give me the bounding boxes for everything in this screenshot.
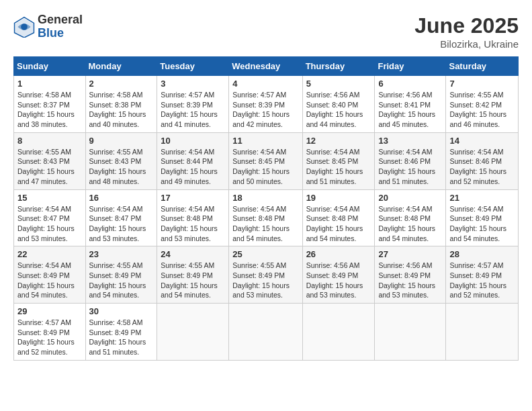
calendar-cell: 21 Sunrise: 4:54 AMSunset: 8:49 PMDaylig… xyxy=(446,189,519,246)
calendar-cell: 15 Sunrise: 4:54 AMSunset: 8:47 PMDaylig… xyxy=(14,189,86,246)
calendar-cell: 8 Sunrise: 4:55 AMSunset: 8:43 PMDayligh… xyxy=(14,132,86,189)
day-info: Sunrise: 4:54 AMSunset: 8:44 PMDaylight:… xyxy=(161,147,225,187)
header-friday: Friday xyxy=(375,57,446,76)
day-number: 1 xyxy=(17,79,82,89)
header-thursday: Thursday xyxy=(302,57,375,76)
day-number: 18 xyxy=(232,193,298,203)
day-number: 7 xyxy=(449,79,515,89)
week-row-3: 15 Sunrise: 4:54 AMSunset: 8:47 PMDaylig… xyxy=(14,189,519,246)
day-info: Sunrise: 4:58 AMSunset: 8:37 PMDaylight:… xyxy=(17,90,82,130)
day-number: 2 xyxy=(89,79,154,89)
logo-icon xyxy=(13,16,35,38)
calendar-cell: 11 Sunrise: 4:54 AMSunset: 8:45 PMDaylig… xyxy=(229,132,302,189)
calendar-cell: 2 Sunrise: 4:58 AMSunset: 8:38 PMDayligh… xyxy=(85,76,157,133)
day-number: 14 xyxy=(449,136,515,146)
calendar-cell: 22 Sunrise: 4:54 AMSunset: 8:49 PMDaylig… xyxy=(14,246,86,304)
calendar-cell: 1 Sunrise: 4:58 AMSunset: 8:37 PMDayligh… xyxy=(14,76,86,133)
logo-general: General xyxy=(38,13,83,27)
logo-text: General Blue xyxy=(38,13,83,40)
calendar-cell: 4 Sunrise: 4:57 AMSunset: 8:39 PMDayligh… xyxy=(229,76,302,133)
day-number: 27 xyxy=(378,249,442,259)
day-info: Sunrise: 4:56 AMSunset: 8:49 PMDaylight:… xyxy=(306,261,371,300)
calendar-cell xyxy=(157,304,229,361)
day-info: Sunrise: 4:56 AMSunset: 8:49 PMDaylight:… xyxy=(378,261,442,300)
day-info: Sunrise: 4:54 AMSunset: 8:48 PMDaylight:… xyxy=(161,204,225,244)
calendar-cell: 13 Sunrise: 4:54 AMSunset: 8:46 PMDaylig… xyxy=(375,132,446,189)
day-info: Sunrise: 4:54 AMSunset: 8:47 PMDaylight:… xyxy=(89,204,154,244)
day-info: Sunrise: 4:55 AMSunset: 8:43 PMDaylight:… xyxy=(89,147,154,187)
week-row-1: 1 Sunrise: 4:58 AMSunset: 8:37 PMDayligh… xyxy=(14,76,519,133)
day-number: 3 xyxy=(161,79,225,89)
day-number: 19 xyxy=(306,193,371,203)
day-info: Sunrise: 4:58 AMSunset: 8:38 PMDaylight:… xyxy=(89,90,154,130)
day-number: 16 xyxy=(89,193,154,203)
calendar-cell: 24 Sunrise: 4:55 AMSunset: 8:49 PMDaylig… xyxy=(157,246,229,304)
page-header: General Blue June 2025 Bilozirka, Ukrain… xyxy=(13,13,519,50)
day-number: 25 xyxy=(232,249,298,259)
calendar-cell: 5 Sunrise: 4:56 AMSunset: 8:40 PMDayligh… xyxy=(302,76,375,133)
day-info: Sunrise: 4:56 AMSunset: 8:41 PMDaylight:… xyxy=(378,90,442,130)
day-number: 10 xyxy=(161,136,225,146)
day-number: 8 xyxy=(17,136,82,146)
header-wednesday: Wednesday xyxy=(229,57,302,76)
day-info: Sunrise: 4:54 AMSunset: 8:49 PMDaylight:… xyxy=(17,261,82,300)
calendar-cell: 3 Sunrise: 4:57 AMSunset: 8:39 PMDayligh… xyxy=(157,76,229,133)
day-number: 11 xyxy=(232,136,298,146)
calendar-cell: 27 Sunrise: 4:56 AMSunset: 8:49 PMDaylig… xyxy=(375,246,446,304)
calendar-cell: 26 Sunrise: 4:56 AMSunset: 8:49 PMDaylig… xyxy=(302,246,375,304)
day-number: 15 xyxy=(17,193,82,203)
day-info: Sunrise: 4:54 AMSunset: 8:45 PMDaylight:… xyxy=(306,147,371,187)
day-number: 9 xyxy=(89,136,154,146)
calendar-table: Sunday Monday Tuesday Wednesday Thursday… xyxy=(13,56,519,361)
week-row-4: 22 Sunrise: 4:54 AMSunset: 8:49 PMDaylig… xyxy=(14,246,519,304)
calendar-cell: 30 Sunrise: 4:58 AMSunset: 8:49 PMDaylig… xyxy=(85,304,157,361)
calendar-cell: 28 Sunrise: 4:57 AMSunset: 8:49 PMDaylig… xyxy=(446,246,519,304)
day-info: Sunrise: 4:57 AMSunset: 8:39 PMDaylight:… xyxy=(232,90,298,130)
title-area: June 2025 Bilozirka, Ukraine xyxy=(414,13,519,50)
week-row-5: 29 Sunrise: 4:57 AMSunset: 8:49 PMDaylig… xyxy=(14,304,519,361)
day-info: Sunrise: 4:55 AMSunset: 8:42 PMDaylight:… xyxy=(449,90,515,130)
day-number: 17 xyxy=(161,193,225,203)
calendar-cell: 14 Sunrise: 4:54 AMSunset: 8:46 PMDaylig… xyxy=(446,132,519,189)
day-number: 26 xyxy=(306,249,371,259)
calendar-cell: 29 Sunrise: 4:57 AMSunset: 8:49 PMDaylig… xyxy=(14,304,86,361)
day-info: Sunrise: 4:55 AMSunset: 8:49 PMDaylight:… xyxy=(232,261,298,300)
day-info: Sunrise: 4:55 AMSunset: 8:43 PMDaylight:… xyxy=(17,147,82,187)
header-tuesday: Tuesday xyxy=(157,57,229,76)
calendar-cell: 12 Sunrise: 4:54 AMSunset: 8:45 PMDaylig… xyxy=(302,132,375,189)
calendar-cell: 16 Sunrise: 4:54 AMSunset: 8:47 PMDaylig… xyxy=(85,189,157,246)
header-sunday: Sunday xyxy=(14,57,86,76)
calendar-cell: 7 Sunrise: 4:55 AMSunset: 8:42 PMDayligh… xyxy=(446,76,519,133)
calendar-header-row: Sunday Monday Tuesday Wednesday Thursday… xyxy=(14,57,519,76)
day-info: Sunrise: 4:55 AMSunset: 8:49 PMDaylight:… xyxy=(89,261,154,300)
calendar-cell: 20 Sunrise: 4:54 AMSunset: 8:48 PMDaylig… xyxy=(375,189,446,246)
day-info: Sunrise: 4:58 AMSunset: 8:49 PMDaylight:… xyxy=(89,318,154,357)
calendar-cell xyxy=(446,304,519,361)
calendar-cell: 6 Sunrise: 4:56 AMSunset: 8:41 PMDayligh… xyxy=(375,76,446,133)
calendar-cell: 23 Sunrise: 4:55 AMSunset: 8:49 PMDaylig… xyxy=(85,246,157,304)
calendar-cell: 10 Sunrise: 4:54 AMSunset: 8:44 PMDaylig… xyxy=(157,132,229,189)
day-number: 13 xyxy=(378,136,442,146)
day-info: Sunrise: 4:57 AMSunset: 8:49 PMDaylight:… xyxy=(17,318,82,357)
day-number: 29 xyxy=(17,306,82,316)
day-info: Sunrise: 4:54 AMSunset: 8:46 PMDaylight:… xyxy=(449,147,515,187)
day-number: 24 xyxy=(161,249,225,259)
month-title: June 2025 xyxy=(414,13,519,38)
calendar-cell: 18 Sunrise: 4:54 AMSunset: 8:48 PMDaylig… xyxy=(229,189,302,246)
calendar-cell: 9 Sunrise: 4:55 AMSunset: 8:43 PMDayligh… xyxy=(85,132,157,189)
day-info: Sunrise: 4:55 AMSunset: 8:49 PMDaylight:… xyxy=(161,261,225,300)
day-info: Sunrise: 4:56 AMSunset: 8:40 PMDaylight:… xyxy=(306,90,371,130)
day-info: Sunrise: 4:54 AMSunset: 8:48 PMDaylight:… xyxy=(378,204,442,244)
calendar-cell: 17 Sunrise: 4:54 AMSunset: 8:48 PMDaylig… xyxy=(157,189,229,246)
day-number: 21 xyxy=(449,193,515,203)
calendar-cell: 19 Sunrise: 4:54 AMSunset: 8:48 PMDaylig… xyxy=(302,189,375,246)
calendar-cell xyxy=(375,304,446,361)
day-number: 6 xyxy=(378,79,442,89)
day-number: 28 xyxy=(449,249,515,259)
day-number: 30 xyxy=(89,306,154,316)
calendar-cell xyxy=(302,304,375,361)
day-number: 20 xyxy=(378,193,442,203)
day-info: Sunrise: 4:54 AMSunset: 8:49 PMDaylight:… xyxy=(449,204,515,244)
day-number: 22 xyxy=(17,249,82,259)
calendar-cell xyxy=(229,304,302,361)
